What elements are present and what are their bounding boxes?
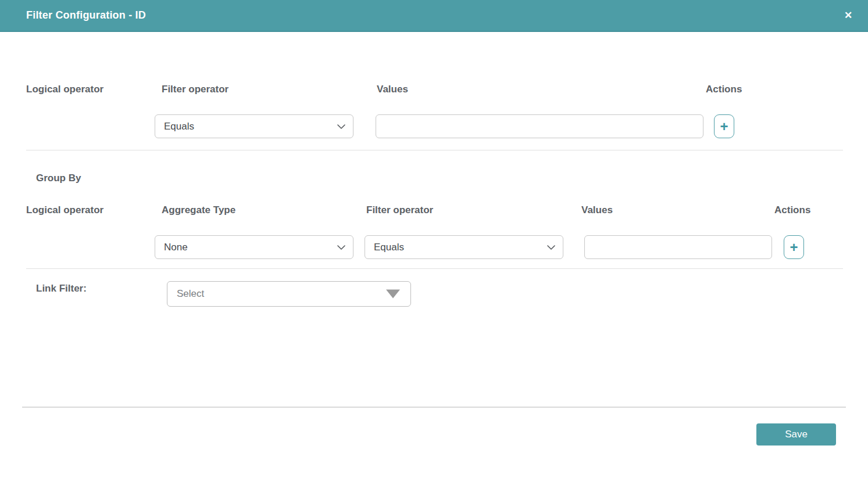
dialog-header: Filter Configuration - ID ✕ (0, 0, 868, 32)
plus-icon: + (720, 120, 728, 134)
plus-icon: + (790, 240, 798, 254)
group-by-heading: Group By (36, 173, 81, 184)
groupby-values-input[interactable] (584, 235, 772, 259)
close-button[interactable]: ✕ (837, 0, 860, 31)
save-button[interactable]: Save (756, 423, 836, 446)
groupby-column-header-actions: Actions (774, 204, 810, 216)
aggregate-type-select[interactable]: None (155, 235, 353, 259)
groupby-column-header-logical-operator: Logical operator (26, 204, 103, 216)
aggregate-type-select-wrap: None (155, 235, 353, 259)
groupby-column-header-aggregate-type: Aggregate Type (162, 204, 235, 216)
link-filter-selected-value: Select (167, 288, 204, 300)
groupby-filter-operator-select-wrap: Equals (365, 235, 563, 259)
section-divider (26, 150, 843, 150)
dropdown-arrow-icon (386, 290, 400, 299)
filter-operator-select-wrap: Equals (155, 114, 353, 138)
groupby-column-header-values: Values (581, 204, 613, 216)
groupby-filter-operator-select[interactable]: Equals (365, 235, 563, 259)
footer-divider (22, 407, 846, 408)
column-header-values: Values (377, 84, 408, 95)
close-icon: ✕ (844, 9, 852, 21)
values-input[interactable] (376, 114, 703, 138)
link-filter-label: Link Filter: (36, 283, 87, 294)
filter-operator-select[interactable]: Equals (155, 114, 353, 138)
add-groupby-row-button[interactable]: + (784, 235, 804, 259)
filter-configuration-dialog: Filter Configuration - ID ✕ Logical oper… (0, 0, 868, 485)
dialog-title: Filter Configuration - ID (26, 0, 146, 31)
add-filter-row-button[interactable]: + (714, 114, 734, 138)
groupby-column-header-filter-operator: Filter operator (366, 204, 433, 216)
column-header-logical-operator: Logical operator (26, 84, 103, 95)
column-header-actions: Actions (706, 84, 742, 95)
section-divider (26, 268, 843, 269)
link-filter-dropdown[interactable]: Select (167, 281, 411, 307)
column-header-filter-operator: Filter operator (162, 84, 228, 95)
